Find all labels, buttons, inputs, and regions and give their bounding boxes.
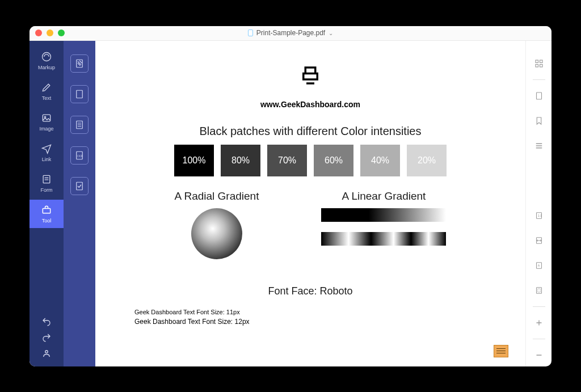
paper-plane-icon [41,143,52,154]
tool-sub-3[interactable] [70,116,89,134]
sidebar-item-form[interactable]: Form [30,169,64,197]
toolbox-icon [41,204,52,216]
font-size-samples: Geek Dashboard Text Font Size: 11px Geek… [117,307,250,327]
patch-20: 20% [407,145,447,176]
fit-width-button[interactable] [526,229,551,252]
zoom-out-button[interactable] [526,344,551,366]
undo-icon[interactable] [41,317,52,327]
patch-70: 70% [267,145,307,176]
font-face-heading: Font Face: Roboto [268,285,352,297]
patch-60: 60% [314,145,353,176]
sidebar-item-markup[interactable]: Markup [30,47,64,75]
font-sample-12: Geek Dashboard Text Font Size: 12px [134,317,250,327]
pencil-icon [41,82,52,93]
user-icon[interactable] [41,348,52,359]
sidebar-item-label: Tool [42,218,52,224]
sidebar-item-link[interactable]: Link [30,138,64,167]
menu-icon [534,141,544,151]
tool-sub-1[interactable] [70,54,89,73]
page-hatch-icon [74,58,85,69]
crop-icon [534,285,544,296]
sidebar-item-label: Form [41,187,53,193]
radial-gradient-sample [191,208,242,259]
svg-rect-13 [540,60,542,63]
radial-label: A Radial Gradient [175,190,259,203]
crop-button[interactable] [526,279,551,302]
markup-icon [41,51,52,62]
svg-rect-23 [537,289,540,292]
document-icon [248,29,253,36]
page-a-icon: A [534,260,544,271]
font-sample-11: Geek Dashboard Text Font Size: 11px [134,307,250,317]
linear-label: A Linear Gradient [342,190,426,203]
right-sidebar: 1:1 A [525,41,551,366]
page-content: www.GeekDashboard.com Black patches with… [117,47,503,366]
tool-sub-2[interactable] [70,85,89,103]
tool-sub-4[interactable]: OCR [70,146,89,165]
sticky-note-icon[interactable] [494,345,508,357]
linear-gradient-1 [321,208,446,222]
window-title: Print-Sample-Page.pdf ⌄ [30,29,551,37]
svg-rect-7 [77,90,83,98]
svg-point-0 [43,52,51,61]
window-title-text: Print-Sample-Page.pdf [256,29,325,37]
grid-icon [534,58,544,69]
minus-icon [534,350,544,360]
svg-text:A: A [537,264,540,267]
bookmark-button[interactable] [526,109,551,132]
tool-sub-5[interactable] [70,177,89,195]
patch-row: 100% 80% 70% 60% 40% 20% [174,145,447,176]
sidebar-item-label: Link [42,157,52,162]
fit-width-icon [534,235,544,246]
svg-rect-1 [43,115,50,121]
chevron-down-icon[interactable]: ⌄ [329,30,333,36]
primary-sidebar: Markup Text Image Link Form Tool [30,41,64,366]
patch-40: 40% [360,145,400,176]
page-icon [534,91,544,101]
page-check-icon [74,181,85,191]
sidebar-item-tool[interactable]: Tool [30,200,64,228]
patch-100: 100% [174,145,214,176]
svg-rect-22 [536,287,541,293]
linear-gradient-2 [321,232,446,246]
patch-80: 80% [221,145,260,176]
svg-rect-14 [536,64,538,67]
svg-rect-11 [77,182,83,190]
sidebar-item-text[interactable]: Text [30,77,64,106]
sidebar-item-label: Text [42,95,52,101]
printer-icon [298,64,322,90]
svg-rect-12 [536,60,538,63]
tool-subbar: OCR [64,41,95,366]
page-lines-icon [74,120,85,130]
svg-rect-15 [540,64,542,67]
sidebar-item-label: Markup [38,65,55,70]
outline-button[interactable] [526,134,551,157]
redo-icon[interactable] [41,332,52,343]
document-canvas[interactable]: www.GeekDashboard.com Black patches with… [95,41,525,366]
thumbnails-button[interactable] [526,52,551,75]
bookmark-icon [534,116,544,126]
svg-rect-4 [43,208,50,213]
ocr-icon: OCR [74,150,85,161]
form-icon [41,174,52,185]
page-blank-icon [74,89,85,99]
plus-icon [534,318,544,328]
sidebar-item-image[interactable]: Image [30,108,64,136]
actual-size-button[interactable]: A [526,254,551,277]
image-icon [41,112,52,124]
app-window: Print-Sample-Page.pdf ⌄ Markup Text Imag… [30,26,551,366]
svg-rect-3 [43,175,50,183]
sidebar-item-label: Image [39,126,53,132]
fit-page-icon: 1:1 [534,210,544,221]
page-view-button[interactable] [526,85,551,107]
site-url: www.GeekDashboard.com [260,100,360,109]
gradient-row: A Radial Gradient A Linear Gradient [175,190,447,259]
svg-text:OCR: OCR [77,155,83,158]
svg-point-5 [45,350,48,353]
titlebar: Print-Sample-Page.pdf ⌄ [30,26,551,41]
svg-rect-16 [536,92,541,99]
fit-page-button[interactable]: 1:1 [526,204,551,227]
zoom-in-button[interactable] [526,311,551,334]
patches-heading: Black patches with different Color inten… [200,125,422,138]
svg-text:1:1: 1:1 [537,214,541,217]
